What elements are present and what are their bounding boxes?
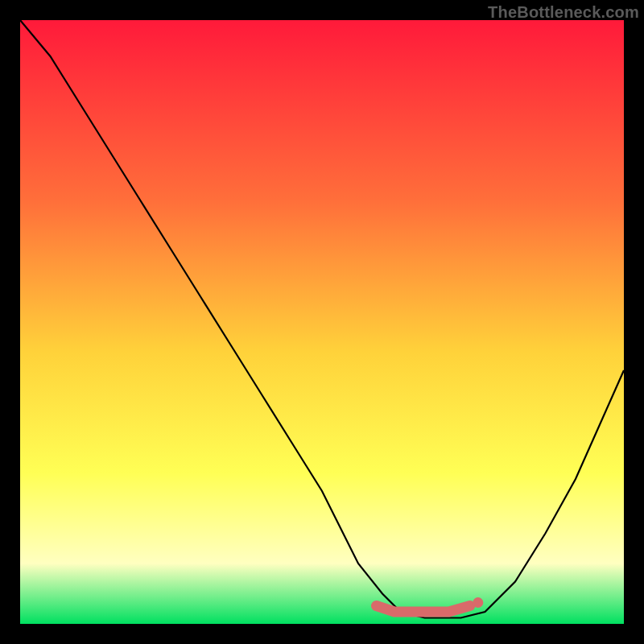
chart-frame bbox=[20, 20, 624, 624]
bottleneck-curve bbox=[20, 20, 624, 618]
watermark-text: TheBottleneck.com bbox=[488, 3, 639, 22]
highlight-end-dot bbox=[473, 597, 483, 608]
curve-overlay bbox=[20, 20, 624, 624]
highlight-band-stroke bbox=[377, 606, 470, 613]
